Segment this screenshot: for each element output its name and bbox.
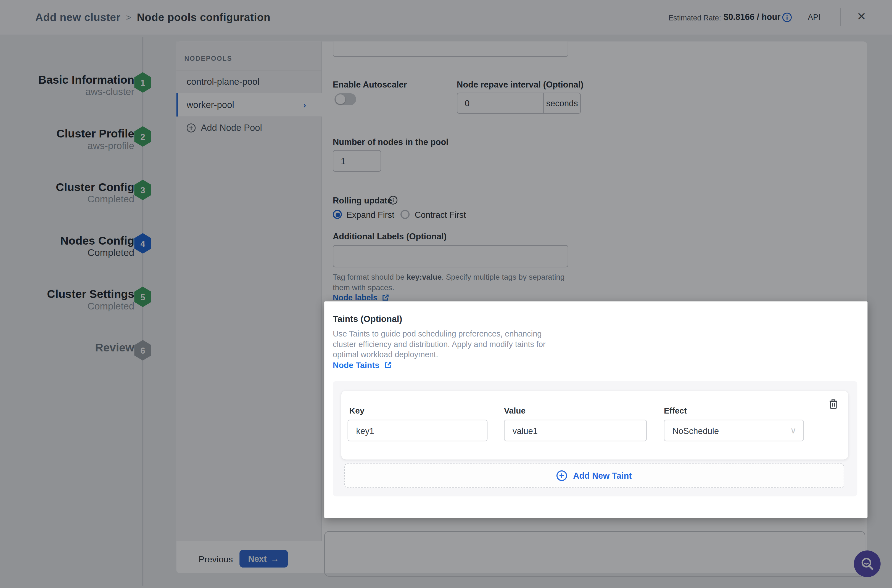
add-new-taint-button[interactable]: Add New Taint bbox=[344, 464, 844, 488]
taint-key-label: Key bbox=[349, 406, 365, 415]
chevron-down-icon: ∨ bbox=[790, 425, 796, 436]
taint-value-label: Value bbox=[504, 406, 526, 415]
app-window: Add new cluster > Node pools configurati… bbox=[0, 0, 892, 588]
plus-circle-icon bbox=[557, 470, 568, 481]
taint-row-card: Key Value Effect NoSchedule ∨ bbox=[341, 391, 848, 459]
node-taints-link[interactable]: Node Taints bbox=[333, 360, 392, 370]
delete-taint-icon[interactable] bbox=[829, 399, 838, 409]
taint-value-input[interactable] bbox=[504, 420, 647, 441]
taint-effect-select[interactable]: NoSchedule ∨ bbox=[664, 420, 804, 441]
taint-effect-label: Effect bbox=[664, 406, 687, 415]
add-new-taint-label: Add New Taint bbox=[573, 471, 632, 481]
taint-effect-value: NoSchedule bbox=[673, 426, 719, 435]
taints-title: Taints (Optional) bbox=[333, 314, 402, 324]
taints-description: Use Taints to guide pod scheduling prefe… bbox=[333, 329, 562, 359]
external-link-icon bbox=[384, 361, 392, 369]
taint-key-input[interactable] bbox=[348, 420, 488, 441]
taints-spotlight-panel: Taints (Optional) Use Taints to guide po… bbox=[324, 302, 867, 518]
node-taints-link-label: Node Taints bbox=[333, 360, 380, 370]
